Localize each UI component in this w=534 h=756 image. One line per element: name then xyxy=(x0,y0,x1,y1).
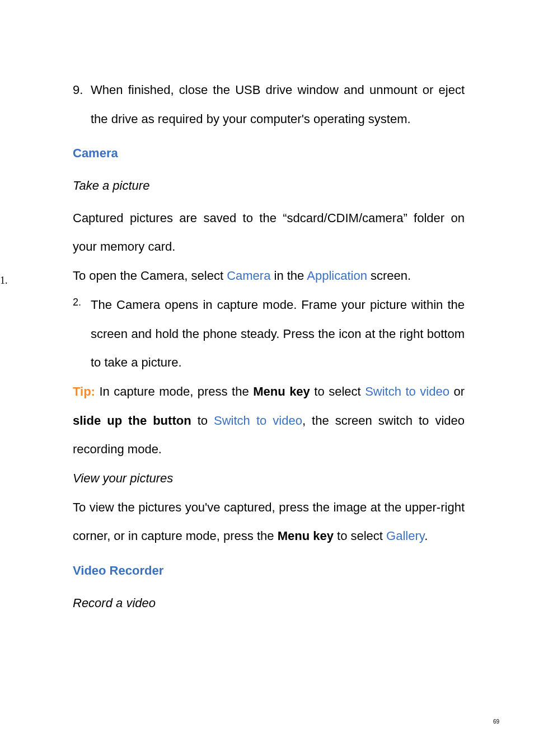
view-pictures-paragraph: To view the pictures you've captured, pr… xyxy=(73,493,465,551)
camera-step-2: 2. The Camera opens in capture mode. Fra… xyxy=(73,290,465,377)
view-seg-3: . xyxy=(424,529,428,543)
step-9-text: When finished, close the USB drive windo… xyxy=(91,76,465,133)
tip-label: Tip: xyxy=(73,384,95,398)
camera-section-heading: Camera xyxy=(73,139,465,168)
tip-seg-4: to xyxy=(191,414,214,428)
slide-up-button: slide up the button xyxy=(73,414,191,428)
tip-seg-1: In capture mode, press the xyxy=(95,384,253,398)
switch-to-video-link-2: Switch to video xyxy=(214,414,302,428)
view-seg-2: to select xyxy=(334,529,386,543)
camera-step-1: To open the Camera, select Camera in the… xyxy=(73,261,465,290)
tip-seg-2: to select xyxy=(310,384,365,398)
step1-mid: in the xyxy=(270,269,307,283)
switch-to-video-link-1: Switch to video xyxy=(365,384,449,398)
step-number-9: 9. xyxy=(73,76,91,105)
view-your-pictures-heading: View your pictures xyxy=(73,464,465,493)
captured-pictures-text: Captured pictures are saved to the “sdca… xyxy=(73,204,465,261)
camera-link: Camera xyxy=(227,269,270,283)
step-2-text: The Camera opens in capture mode. Frame … xyxy=(91,290,465,377)
step1-post: screen. xyxy=(367,269,411,283)
tip-paragraph: Tip: In capture mode, press the Menu key… xyxy=(73,377,465,464)
step1-pre: To open the Camera, select xyxy=(73,269,227,283)
page-content: 9. When finished, close the USB drive wi… xyxy=(73,76,465,617)
record-a-video-heading: Record a video xyxy=(73,589,465,618)
menu-key-1: Menu key xyxy=(253,384,310,398)
tip-seg-3: or xyxy=(449,384,465,398)
step-number-2: 2. xyxy=(73,290,91,314)
application-link: Application xyxy=(307,269,367,283)
page-number: 69 xyxy=(493,719,499,725)
menu-key-2: Menu key xyxy=(278,529,334,543)
video-recorder-heading: Video Recorder xyxy=(73,556,465,585)
take-a-picture-heading: Take a picture xyxy=(73,171,465,200)
usb-step-9: 9. When finished, close the USB drive wi… xyxy=(73,76,465,133)
gallery-link: Gallery xyxy=(386,529,424,543)
side-list-marker: 1. xyxy=(0,275,8,287)
